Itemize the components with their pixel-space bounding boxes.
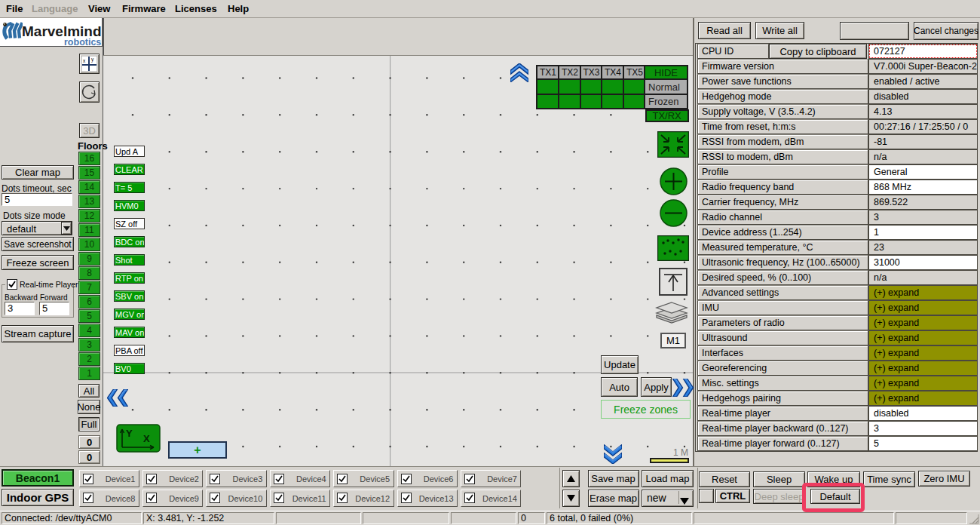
svg-text:Y: Y bbox=[126, 428, 133, 439]
svg-text:X: X bbox=[143, 433, 150, 444]
